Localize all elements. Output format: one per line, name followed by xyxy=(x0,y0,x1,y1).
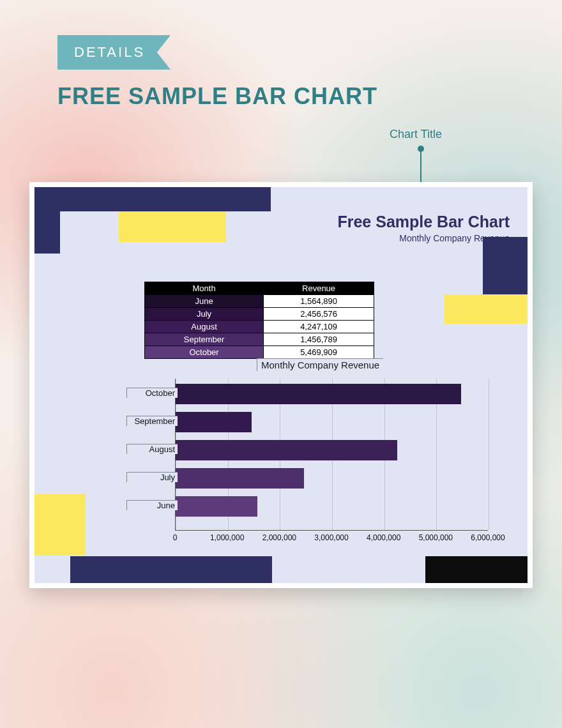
bar-row xyxy=(176,440,397,460)
table-row: September1,456,789 xyxy=(145,333,374,346)
details-ribbon: DETAILS xyxy=(57,35,171,70)
y-axis-label: June xyxy=(126,500,178,510)
bar-row xyxy=(176,496,257,517)
bar xyxy=(176,468,304,489)
bar xyxy=(176,412,252,432)
deco-block xyxy=(119,211,226,242)
cell-month: June xyxy=(145,295,264,308)
template-card: Free Sample Bar Chart Monthly Company Re… xyxy=(29,182,533,588)
bar xyxy=(176,384,461,404)
deco-block xyxy=(425,556,528,583)
x-axis-tick: 0 xyxy=(173,533,178,542)
bar-row xyxy=(176,384,461,404)
cell-month: October xyxy=(145,346,264,359)
x-axis-tick: 3,000,000 xyxy=(314,533,348,542)
cell-month: September xyxy=(145,333,264,346)
y-axis-label: September xyxy=(126,416,178,426)
cell-revenue: 5,469,909 xyxy=(264,346,374,359)
x-axis-tick: 5,000,000 xyxy=(419,533,453,542)
bar-row xyxy=(176,468,304,489)
document-subtitle: Monthly Company Revenue xyxy=(399,233,510,243)
table-row: August4,247,109 xyxy=(145,321,374,333)
document-title: Free Sample Bar Chart xyxy=(337,213,510,231)
deco-block xyxy=(70,556,272,583)
table-row: July2,456,576 xyxy=(145,308,374,321)
chart-title: Monthly Company Revenue xyxy=(257,358,383,371)
cell-revenue: 1,456,789 xyxy=(264,333,374,346)
table-header-month: Month xyxy=(145,282,264,295)
deco-block xyxy=(34,211,60,254)
deco-block xyxy=(34,494,86,555)
deco-block xyxy=(34,187,271,211)
table-row: June1,564,890 xyxy=(145,295,374,308)
data-table: Month Revenue June1,564,890July2,456,576… xyxy=(144,282,374,359)
cell-revenue: 1,564,890 xyxy=(264,295,374,308)
callout-chart-title: Chart Title xyxy=(390,128,442,141)
gridline xyxy=(489,379,489,530)
cell-month: August xyxy=(145,321,264,333)
cell-revenue: 4,247,109 xyxy=(264,321,374,333)
bar-chart: 01,000,0002,000,0003,000,0004,000,0005,0… xyxy=(124,379,494,551)
y-axis-label: October xyxy=(126,388,178,398)
deco-block xyxy=(444,294,528,324)
x-axis-tick: 2,000,000 xyxy=(262,533,296,542)
x-axis-tick: 4,000,000 xyxy=(367,533,400,542)
y-axis-label: July xyxy=(126,472,178,482)
cell-revenue: 2,456,576 xyxy=(264,308,374,321)
bar xyxy=(176,440,397,460)
x-axis-tick: 1,000,000 xyxy=(210,533,244,542)
y-axis-label: August xyxy=(126,444,178,454)
bar xyxy=(176,496,257,517)
cell-month: July xyxy=(145,308,264,321)
x-axis-tick: 6,000,000 xyxy=(471,533,505,542)
page-title: FREE SAMPLE BAR CHART xyxy=(57,83,377,110)
bar-row xyxy=(176,412,252,432)
table-header-revenue: Revenue xyxy=(264,282,374,295)
table-row: October5,469,909 xyxy=(145,346,374,359)
